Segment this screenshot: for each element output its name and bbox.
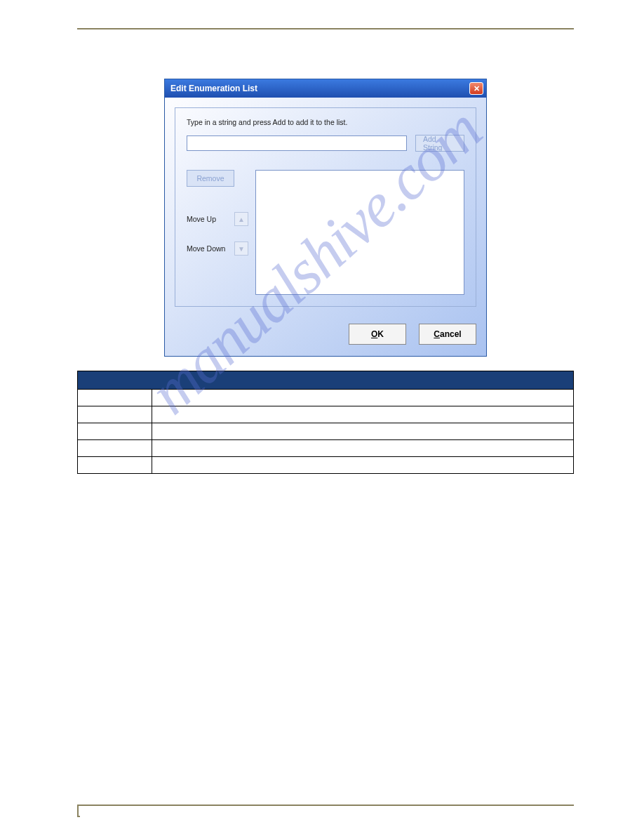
edit-enumeration-dialog: Edit Enumeration List ✕ Type in a string… xyxy=(164,79,487,357)
table-row xyxy=(78,440,574,457)
instruction-text: Type in a string and press Add to add it… xyxy=(187,118,464,126)
table-cell xyxy=(78,457,152,474)
add-string-button[interactable]: Add String xyxy=(415,135,464,152)
group-box: Type in a string and press Add to add it… xyxy=(175,107,476,307)
dialog-body: Type in a string and press Add to add it… xyxy=(165,98,486,356)
arrow-down-icon: ▼ xyxy=(238,245,245,253)
move-up-button[interactable]: ▲ xyxy=(234,212,248,226)
table-cell xyxy=(152,390,574,406)
ok-rest: K xyxy=(377,329,384,339)
move-down-label: Move Down xyxy=(187,244,225,253)
ok-underline: O xyxy=(371,329,377,339)
table-row xyxy=(78,457,574,474)
move-down-button[interactable]: ▼ xyxy=(234,241,248,256)
cancel-button[interactable]: Cancel xyxy=(419,324,476,345)
list-row: Remove Move Up ▲ Move Down ▼ xyxy=(187,170,464,295)
string-input[interactable] xyxy=(187,135,407,151)
table-cell xyxy=(152,440,574,457)
table-cell xyxy=(78,440,152,457)
ok-button[interactable]: OK xyxy=(349,324,406,345)
table-cell xyxy=(152,423,574,440)
cancel-underline: C xyxy=(434,329,440,339)
enumeration-listbox[interactable] xyxy=(255,170,464,295)
left-controls: Remove Move Up ▲ Move Down ▼ xyxy=(187,170,248,256)
table-cell xyxy=(152,457,574,474)
table-cell xyxy=(78,423,152,440)
description-table xyxy=(77,371,574,474)
table-header-row xyxy=(78,371,574,390)
move-up-row: Move Up ▲ xyxy=(187,212,248,226)
table-header-cell xyxy=(78,371,574,390)
table-cell xyxy=(78,390,152,406)
bottom-left-mark xyxy=(77,806,80,817)
table-row xyxy=(78,406,574,423)
table-row xyxy=(78,390,574,406)
dialog-footer: OK Cancel xyxy=(175,324,476,345)
bottom-border xyxy=(77,805,574,806)
dialog-titlebar: Edit Enumeration List ✕ xyxy=(165,79,486,98)
table-cell xyxy=(152,406,574,423)
move-down-row: Move Down ▼ xyxy=(187,241,248,256)
input-row: Add String xyxy=(187,135,464,152)
top-border xyxy=(77,28,574,29)
table-cell xyxy=(78,406,152,423)
move-up-label: Move Up xyxy=(187,215,216,223)
arrow-up-icon: ▲ xyxy=(238,216,245,223)
close-icon: ✕ xyxy=(474,84,480,93)
table-row xyxy=(78,423,574,440)
close-button[interactable]: ✕ xyxy=(469,82,483,95)
remove-button[interactable]: Remove xyxy=(187,170,234,187)
dialog-title: Edit Enumeration List xyxy=(170,84,257,93)
cancel-rest: ancel xyxy=(440,329,462,339)
